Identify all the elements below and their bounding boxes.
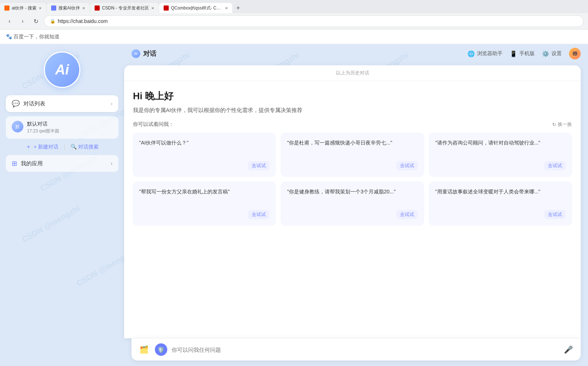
conversation-icon: 💬 [12, 100, 20, 108]
history-label: 以上为历史对话 [124, 65, 581, 81]
refresh-icon: ↻ [552, 122, 556, 127]
tab-3-favicon [95, 5, 100, 11]
prompt-text-1: "你是杜甫，写一篇感慨快递小哥日夜辛劳七..." [287, 139, 417, 157]
search-conversation-button[interactable]: 🔍 对话搜索 [70, 144, 99, 150]
mobile-label: 手机版 [519, 50, 535, 57]
new-conversation-label: + 新建对话 [34, 144, 58, 150]
tab-bar: ai伙伴 - 搜索 ✕ 搜索AI伙伴 ✕ CSDN - 专业开发者社区 ✕ QC… [0, 0, 588, 13]
baidu-logo: 🐾 百度一下，你就知道 [6, 34, 60, 40]
my-apps-label: 我的应用 [21, 160, 43, 167]
chat-item-avatar: 默 [12, 121, 23, 132]
lock-icon: 🔒 [50, 19, 56, 24]
prompt-text-3: "帮我写一份女方父亲在婚礼上的发言稿" [139, 188, 270, 206]
chevron-right-icon: › [111, 101, 112, 107]
try-button-2[interactable]: 去试试 [544, 161, 566, 170]
url-text: https://chat.baidu.com [58, 18, 577, 24]
prompt-card-0[interactable]: "AI伙伴可以做什么？" 去试试 [133, 133, 276, 177]
tab-2[interactable]: 搜索AI伙伴 ✕ [47, 3, 89, 13]
ai-avatar-text: Ai [55, 62, 69, 78]
mobile-icon: 📱 [510, 50, 517, 57]
prompt-card-1[interactable]: "你是杜甫，写一篇感慨快递小哥日夜辛劳七..." 去试试 [281, 133, 424, 177]
apps-left: ⊞ 我的应用 [12, 159, 43, 167]
attachment-button[interactable]: 🗂️ [137, 343, 150, 356]
input-area: 🗂️ 🛡️ 🎤 [131, 338, 581, 361]
sidebar: Ai 💬 对话列表 › 默 默认对话 17:23 qwt图半圆 ＋ + 新建对话 [0, 44, 124, 366]
greeting-text: Hi 晚上好 [133, 90, 572, 103]
tab-1-favicon [4, 5, 9, 11]
prompt-card-2[interactable]: "请作为咨询公司顾问，请针对自动驾驶行业..." 去试试 [429, 133, 572, 177]
try-button-0[interactable]: 去试试 [248, 161, 270, 170]
browser-helper-icon: 🌐 [467, 50, 475, 57]
tab-4-favicon [164, 5, 169, 11]
main-area: CSDN @mengzhi CSDN @mengzhi CSDN @mengzh… [0, 44, 588, 366]
apps-icon: ⊞ [12, 159, 17, 167]
tab-2-favicon [51, 5, 56, 11]
tab-3-close[interactable]: ✕ [151, 6, 154, 10]
prompt-card-4[interactable]: "你是健身教练，请帮我策划一个3个月减脂20..." 去试试 [281, 182, 424, 226]
chat-topnav: Ai 对话 🌐 浏览器助手 📱 手机版 ⚙️ 设置 🐻 [124, 44, 588, 59]
chat-area: Ai 对话 🌐 浏览器助手 📱 手机版 ⚙️ 设置 🐻 [124, 44, 588, 366]
tab-4-label: QCombox的qss样式- CSDN搜索 [171, 5, 223, 11]
prompt-text-2: "请作为咨询公司顾问，请针对自动驾驶行业..." [435, 139, 566, 157]
action-row: ＋ + 新建对话 🔍 对话搜索 [26, 143, 99, 151]
refresh-button[interactable]: ↻ 换一换 [552, 121, 572, 128]
browser-chrome: ai伙伴 - 搜索 ✕ 搜索AI伙伴 ✕ CSDN - 专业开发者社区 ✕ QC… [0, 0, 588, 30]
apps-chevron-icon: › [111, 160, 112, 167]
conversation-list-button[interactable]: 💬 对话列表 › [6, 95, 118, 112]
default-chat-item[interactable]: 默 默认对话 17:23 qwt图半圆 [6, 116, 118, 139]
try-button-1[interactable]: 去试试 [396, 161, 418, 170]
search-label: 🔍 对话搜索 [70, 144, 99, 150]
chat-item-meta: 17:23 qwt图半圆 [27, 128, 112, 134]
chat-item-content: 默认对话 17:23 qwt图半圆 [27, 121, 112, 134]
tab-1-label: ai伙伴 - 搜索 [12, 5, 37, 11]
user-avatar[interactable]: 🐻 [569, 48, 581, 59]
back-button[interactable]: ‹ [4, 16, 15, 26]
my-apps-button[interactable]: ⊞ 我的应用 › [6, 155, 118, 172]
prompt-label-text: 你可以试着问我： [133, 121, 174, 128]
chat-input[interactable] [172, 347, 557, 353]
chat-window: 以上为历史对话 Hi 晚上好 我是你的专属AI伙伴，我可以根据你的个性化需求，提… [124, 65, 581, 338]
tab-3[interactable]: CSDN - 专业开发者社区 ✕ [90, 3, 159, 13]
new-tab-button[interactable]: + [233, 3, 243, 13]
forward-button[interactable]: › [18, 16, 28, 26]
prompt-text-4: "你是健身教练，请帮我策划一个3个月减脂20..." [287, 188, 417, 206]
try-button-4[interactable]: 去试试 [396, 210, 418, 219]
tab-1[interactable]: ai伙伴 - 搜索 ✕ [0, 3, 46, 13]
settings-icon: ⚙️ [542, 50, 549, 57]
nav-actions: 🌐 浏览器助手 📱 手机版 ⚙️ 设置 🐻 [467, 48, 581, 59]
vertical-divider [64, 144, 65, 150]
try-button-5[interactable]: 去试试 [544, 210, 566, 219]
new-conversation-button[interactable]: ＋ + 新建对话 [26, 143, 58, 151]
tab-1-close[interactable]: ✕ [39, 6, 42, 10]
mobile-button[interactable]: 📱 手机版 [510, 50, 535, 57]
chat-content: Hi 晚上好 我是你的专属AI伙伴，我可以根据你的个性化需求，提供专属决策推荐 … [124, 81, 581, 338]
user-avatar-emoji: 🐻 [572, 51, 578, 56]
refresh-label: 换一换 [558, 121, 572, 128]
prompt-text-5: "用童话故事叙述全球变暖对于人类会带来哪..." [435, 188, 566, 206]
browser-helper-button[interactable]: 🌐 浏览器助手 [467, 50, 503, 57]
settings-button[interactable]: ⚙️ 设置 [542, 50, 562, 57]
chat-item-title: 默认对话 [27, 121, 112, 127]
try-button-3[interactable]: 去试试 [248, 210, 270, 219]
reload-button[interactable]: ↻ [31, 16, 41, 26]
microphone-button[interactable]: 🎤 [562, 343, 575, 356]
prompt-card-3[interactable]: "帮我写一份女方父亲在婚礼上的发言稿" 去试试 [133, 182, 276, 226]
nav-logo: Ai [131, 49, 140, 58]
prompt-grid: "AI伙伴可以做什么？" 去试试 "你是杜甫，写一篇感慨快递小哥日夜辛劳七...… [133, 133, 572, 226]
url-box[interactable]: 🔒 https://chat.baidu.com [44, 15, 584, 27]
shield-button[interactable]: 🛡️ [155, 343, 167, 356]
prompt-label: 你可以试着问我： ↻ 换一换 [133, 121, 572, 128]
prompt-text-0: "AI伙伴可以做什么？" [139, 139, 270, 157]
plus-icon: ＋ [26, 143, 31, 151]
tab-3-label: CSDN - 专业开发者社区 [102, 5, 149, 11]
chat-nav-title: Ai 对话 [124, 49, 156, 58]
tab-4[interactable]: QCombox的qss样式- CSDN搜索 ✕ [159, 3, 232, 13]
browser-helper-label: 浏览器助手 [477, 50, 503, 57]
settings-label: 设置 [551, 50, 562, 57]
tab-4-close[interactable]: ✕ [225, 6, 228, 10]
address-bar: ‹ › ↻ 🔒 https://chat.baidu.com [0, 13, 588, 29]
conv-list-left: 💬 对话列表 [12, 100, 45, 108]
ai-avatar: Ai [44, 51, 80, 88]
prompt-card-5[interactable]: "用童话故事叙述全球变暖对于人类会带来哪..." 去试试 [429, 182, 572, 226]
tab-2-close[interactable]: ✕ [82, 6, 85, 10]
